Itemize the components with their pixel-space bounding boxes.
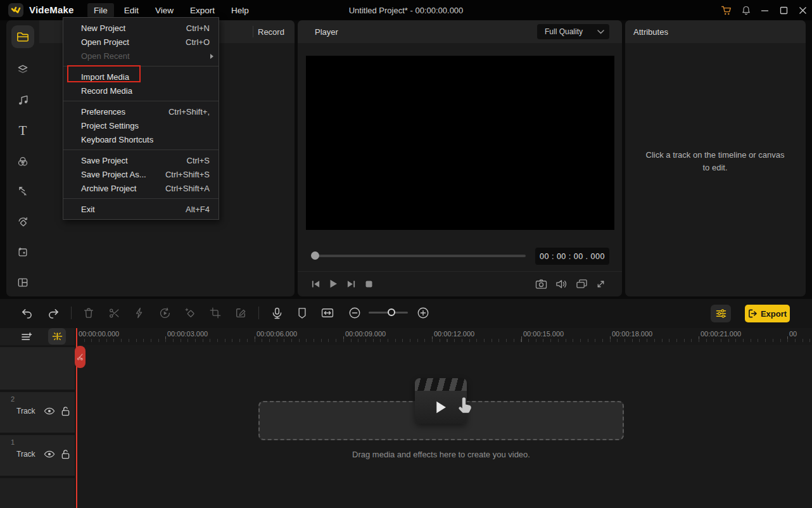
- zoom-in-button[interactable]: [414, 303, 433, 322]
- menu-item-exit[interactable]: Exit Alt+F4: [63, 202, 219, 216]
- track-lock-toggle[interactable]: [61, 449, 71, 460]
- layers-icon: [16, 63, 29, 76]
- tab-record[interactable]: Record: [258, 20, 284, 43]
- folder-media-icon: [16, 31, 29, 42]
- menu-item-open-recent[interactable]: Open Recent: [63, 49, 219, 63]
- player-header: Player Full Quality: [298, 20, 622, 43]
- menubar-file[interactable]: File: [87, 3, 114, 18]
- menu-item-preferences[interactable]: Preferences Ctrl+Shift+,: [63, 105, 219, 118]
- zoom-out-button[interactable]: [345, 303, 364, 322]
- track-label: Track: [16, 407, 35, 416]
- sidebar-item-transitions[interactable]: [11, 180, 34, 203]
- zoom-out-icon: [348, 307, 361, 319]
- track-label: Track: [16, 450, 35, 459]
- voiceover-button[interactable]: [267, 303, 286, 322]
- menu-item-new-project[interactable]: New Project Ctrl+N: [63, 21, 219, 35]
- prev-frame-button[interactable]: [308, 276, 323, 291]
- menu-item-open-project[interactable]: Open Project Ctrl+O: [63, 35, 219, 49]
- play-icon: [435, 400, 447, 414]
- track-header-2[interactable]: 2 Track: [0, 392, 75, 433]
- sidebar-item-media[interactable]: [11, 25, 34, 48]
- sidebar-item-layers[interactable]: [11, 58, 34, 81]
- marker-button[interactable]: [293, 303, 312, 322]
- play-button[interactable]: [326, 276, 341, 291]
- add-track-button[interactable]: [19, 330, 34, 344]
- snap-toggle-button[interactable]: [48, 328, 66, 345]
- add-track-icon: [21, 332, 32, 342]
- pip-button[interactable]: [574, 276, 589, 291]
- dropzone-hint: Drag media and effects here to create yo…: [258, 450, 624, 459]
- track-number: 2: [11, 395, 15, 403]
- bell-icon: [741, 5, 751, 16]
- video-preview: [306, 56, 614, 230]
- undo-button[interactable]: [17, 303, 36, 322]
- track-number: 1: [11, 438, 15, 446]
- toolbar-separator: [258, 307, 259, 319]
- export-icon: [748, 309, 758, 318]
- adjust-button[interactable]: [711, 305, 731, 322]
- chevron-down-icon: [597, 30, 604, 34]
- track-visibility-toggle[interactable]: [44, 450, 55, 460]
- menu-separator: [63, 198, 219, 199]
- seek-bar[interactable]: [315, 255, 526, 257]
- notifications-button[interactable]: [737, 0, 756, 20]
- marker-icon: [297, 307, 307, 319]
- attributes-header: Attributes: [625, 20, 806, 43]
- reverse-play-button[interactable]: [155, 303, 174, 322]
- playhead-marker[interactable]: [75, 346, 86, 368]
- eye-icon: [44, 450, 55, 459]
- fullscreen-button[interactable]: [593, 276, 608, 291]
- redo-button[interactable]: [44, 303, 63, 322]
- menu-item-project-settings[interactable]: Project Settings: [63, 118, 219, 132]
- track-lock-toggle[interactable]: [61, 406, 71, 417]
- cart-icon: [721, 5, 732, 16]
- volume-button[interactable]: [554, 276, 569, 291]
- track-header-1[interactable]: 1 Track: [0, 435, 75, 476]
- crop-icon: [210, 307, 221, 319]
- keyframe-button[interactable]: [181, 303, 200, 322]
- track-controls-row: [0, 328, 75, 345]
- track-visibility-toggle[interactable]: [44, 407, 55, 417]
- attributes-panel: Attributes Click a track on the timeline…: [625, 20, 806, 296]
- next-frame-button[interactable]: [343, 276, 358, 291]
- pip-icon: [576, 279, 588, 289]
- menubar-view[interactable]: View: [149, 3, 180, 18]
- maximize-button[interactable]: [774, 0, 793, 20]
- trash-icon: [83, 307, 94, 319]
- timeline-zoom-handle[interactable]: [388, 308, 395, 316]
- menu-item-record-media[interactable]: Record Media: [63, 84, 219, 98]
- sidebar-item-split-screen[interactable]: [11, 271, 34, 294]
- app-logo: [8, 3, 23, 17]
- player-divider: [298, 271, 622, 272]
- split-clip-button[interactable]: [105, 303, 124, 322]
- stop-button[interactable]: [361, 276, 376, 291]
- menu-item-save-project-as[interactable]: Save Project As... Ctrl+Shift+S: [63, 167, 219, 181]
- snapshot-button[interactable]: [533, 276, 549, 291]
- delete-button[interactable]: [79, 303, 98, 322]
- export-label: Export: [761, 309, 787, 319]
- fit-timeline-button[interactable]: [318, 303, 337, 322]
- menu-item-save-project[interactable]: Save Project Ctrl+S: [63, 153, 219, 167]
- close-button[interactable]: [793, 0, 812, 20]
- menu-item-keyboard-shortcuts[interactable]: Keyboard Shortcuts: [63, 132, 219, 146]
- quality-dropdown[interactable]: Full Quality: [537, 24, 609, 39]
- cart-button[interactable]: [716, 0, 735, 20]
- maximize-icon: [780, 6, 788, 15]
- export-button[interactable]: Export: [745, 305, 790, 322]
- edit-clip-button[interactable]: [231, 303, 250, 322]
- menu-item-archive-project[interactable]: Archive Project Ctrl+Shift+A: [63, 181, 219, 195]
- speed-button[interactable]: [130, 303, 149, 322]
- player-panel: Player Full Quality 00 : 00 : 00 . 000: [298, 20, 622, 296]
- sidebar-item-filters[interactable]: [11, 150, 34, 173]
- music-icon: [17, 94, 29, 106]
- crop-button[interactable]: [206, 303, 225, 322]
- track-row-empty: [0, 347, 75, 390]
- sidebar-item-text[interactable]: T: [11, 119, 34, 142]
- submenu-arrow-icon: [210, 54, 213, 59]
- seek-handle[interactable]: [311, 251, 319, 260]
- minimize-button[interactable]: [755, 0, 774, 20]
- sidebar-item-motion[interactable]: [11, 210, 34, 233]
- sidebar-item-elements[interactable]: [11, 241, 34, 264]
- menubar-edit[interactable]: Edit: [118, 3, 145, 18]
- sidebar-item-audio[interactable]: [11, 89, 34, 111]
